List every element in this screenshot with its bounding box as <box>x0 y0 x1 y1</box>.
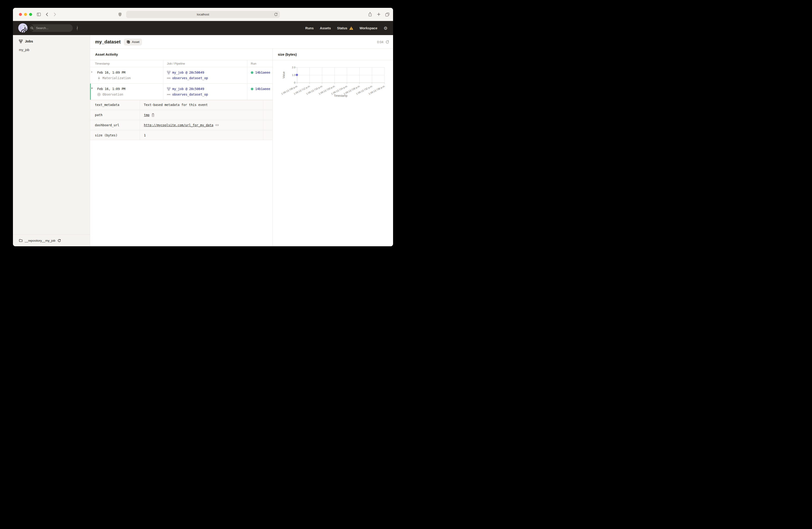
y-tick-label: 1.0 <box>286 74 295 76</box>
forward-icon[interactable] <box>54 13 56 16</box>
op-icon <box>167 93 171 96</box>
browser-window: / Runs Assets Status Workspace ⚙ <box>13 8 393 246</box>
repository-label: __repository__my_job <box>25 239 55 243</box>
metadata-key: text_metadata <box>90 100 140 109</box>
search-shortcut-badge: / <box>77 26 77 30</box>
refresh-timer: 0:04 <box>377 40 389 44</box>
run-id-link[interactable]: 14b1aeee <box>255 87 270 91</box>
page-title: my_dataset <box>95 39 120 45</box>
x-axis-title: Timestamp <box>297 94 384 98</box>
col-run: Run <box>247 60 273 67</box>
metadata-key: size (bytes) <box>90 131 140 140</box>
reload-repository-icon[interactable] <box>58 239 61 243</box>
job-link[interactable]: my_job @ 28c50649 <box>172 87 204 91</box>
metadata-row: size (bytes) 1 <box>90 130 273 140</box>
dashboard-url-link[interactable]: http://mycoolsite.com/url_for_my_data <box>144 123 213 127</box>
y-tick-label: 2.0 <box>286 66 295 69</box>
event-type: Materialization <box>103 76 131 80</box>
privacy-shield-icon[interactable] <box>118 12 122 17</box>
size-bytes-chart: 2.0 1.0 0 Value 1:09:13.708 p.m. 1:09:13… <box>273 60 393 246</box>
job-graph-icon <box>167 71 171 74</box>
minimize-window-button[interactable] <box>24 13 27 16</box>
search-icon <box>30 25 34 31</box>
run-id-link[interactable]: 14b1aeee <box>255 71 270 74</box>
dagster-logo[interactable] <box>18 23 28 32</box>
y-axis-title: Value <box>282 72 286 78</box>
asset-plots-panel: size (bytes) <box>273 49 393 246</box>
op-link[interactable]: observes_dataset_op <box>172 76 208 80</box>
observation-eye-icon <box>97 93 101 96</box>
job-link[interactable]: my_job @ 28c50649 <box>172 71 204 74</box>
sidebar-toggle-icon[interactable] <box>37 13 41 16</box>
table-row-observation: ▾ Feb 16, 1:09 PM Observation <box>90 84 273 100</box>
job-graph-icon <box>167 87 171 91</box>
path-link[interactable]: tmp <box>144 113 149 117</box>
expander-icon[interactable]: ▸ <box>91 70 92 73</box>
sidebar-section-jobs: Jobs <box>19 39 33 43</box>
new-tab-icon[interactable] <box>377 13 381 16</box>
materialization-icon <box>97 76 101 80</box>
timer-value: 0:04 <box>377 40 383 44</box>
expander-icon[interactable]: ▾ <box>91 87 92 90</box>
jobs-sidebar: Jobs my_job __repository__my_job <box>13 35 90 246</box>
metadata-key: dashboard_url <box>90 120 140 130</box>
search-input[interactable] <box>34 26 77 30</box>
op-link[interactable]: observes_dataset_op <box>172 92 208 96</box>
data-point <box>296 74 298 76</box>
address-bar[interactable] <box>126 11 280 18</box>
repository-footer: __repository__my_job <box>13 235 90 246</box>
col-job-pipeline: Job / Pipeline <box>163 60 247 67</box>
run-status-dot <box>251 71 253 74</box>
back-icon[interactable] <box>46 13 48 16</box>
asset-type-badge: Asset <box>124 39 142 45</box>
nav-runs[interactable]: Runs <box>305 26 314 30</box>
op-icon <box>167 76 171 80</box>
metadata-value: Text-based metadata for this event <box>144 103 208 107</box>
main-content: my_dataset Asset 0:04 <box>90 35 393 246</box>
y-tick-label: 0 <box>286 81 295 84</box>
asset-table-icon <box>126 40 130 44</box>
table-row-materialization: ▸ Feb 16, 1:09 PM Materialization <box>90 67 273 84</box>
url-input[interactable] <box>180 13 226 16</box>
asset-title-row: my_dataset Asset 0:04 <box>90 35 393 49</box>
settings-gear-icon[interactable]: ⚙ <box>383 26 388 31</box>
nav-assets[interactable]: Assets <box>320 26 331 30</box>
close-window-button[interactable] <box>19 13 22 16</box>
app-nav: Runs Assets Status Workspace ⚙ <box>305 21 388 35</box>
job-graph-icon <box>19 40 23 43</box>
event-metadata-table: text_metadata Text-based metadata for th… <box>90 100 273 140</box>
tab-overview-icon[interactable] <box>385 12 390 17</box>
event-type: Observation <box>103 92 123 96</box>
share-icon[interactable] <box>368 12 372 17</box>
metadata-row: text_metadata Text-based metadata for th… <box>90 100 273 109</box>
run-status-dot <box>251 88 253 90</box>
event-timestamp: Feb 16, 1:09 PM <box>97 71 126 74</box>
reload-icon[interactable] <box>274 13 278 16</box>
metadata-value: 1 <box>144 133 146 137</box>
warning-icon <box>349 26 353 30</box>
chart-title: size (bytes) <box>273 49 393 60</box>
col-timestamp: Timestamp <box>90 60 163 67</box>
event-timestamp: Feb 16, 1:09 PM <box>97 87 126 91</box>
nav-status[interactable]: Status <box>337 26 353 30</box>
sidebar-item-my-job[interactable]: my_job <box>19 48 29 52</box>
external-link-icon <box>215 123 219 127</box>
asset-badge-label: Asset <box>132 40 140 44</box>
sidebar-section-title: Jobs <box>25 39 33 43</box>
activity-table-header: Timestamp Job / Pipeline Run <box>90 60 273 67</box>
copy-clipboard-icon[interactable] <box>151 113 155 117</box>
browser-toolbar <box>13 8 393 21</box>
traffic-lights <box>19 13 32 16</box>
zoom-window-button[interactable] <box>29 13 32 16</box>
refresh-icon[interactable] <box>386 40 389 44</box>
metadata-row: dashboard_url http://mycoolsite.com/url_… <box>90 120 273 130</box>
metadata-row: path tmp <box>90 110 273 120</box>
app-header: / Runs Assets Status Workspace ⚙ <box>13 21 393 35</box>
x-axis-line <box>297 83 384 83</box>
nav-workspace[interactable]: Workspace <box>360 26 377 30</box>
metadata-key: path <box>90 110 140 120</box>
activity-heading: Asset Activity <box>90 49 273 60</box>
asset-activity-panel: Asset Activity Timestamp Job / Pipeline … <box>90 49 273 246</box>
global-search[interactable]: / <box>30 24 73 32</box>
folder-icon <box>19 239 23 243</box>
